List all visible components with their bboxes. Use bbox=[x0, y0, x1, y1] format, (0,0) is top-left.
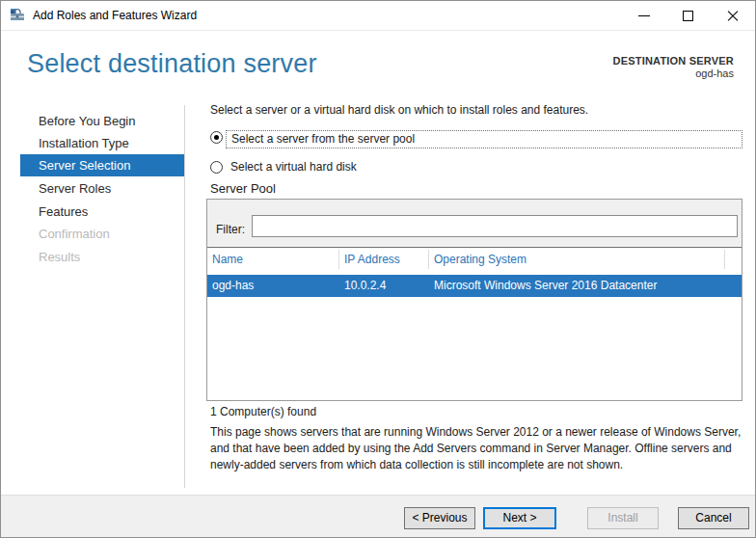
close-button[interactable] bbox=[711, 1, 755, 31]
sidebar-item-server-selection[interactable]: Server Selection bbox=[20, 154, 184, 176]
cell-ip-address: 10.0.2.4 bbox=[344, 275, 386, 297]
sidebar-item-results: Results bbox=[20, 246, 184, 268]
filter-label: Filter: bbox=[216, 219, 245, 240]
server-pool-table: Name IP Address Operating System ogd-has… bbox=[207, 247, 742, 400]
page-title: Select destination server bbox=[27, 49, 317, 79]
cancel-button[interactable]: Cancel bbox=[678, 507, 749, 529]
sidebar-item-features[interactable]: Features bbox=[20, 201, 184, 223]
page-description: This page shows servers that are running… bbox=[210, 424, 746, 473]
radio-virtual-hard-disk-label[interactable]: Select a virtual hard disk bbox=[230, 158, 357, 175]
sidebar-item-server-roles[interactable]: Server Roles bbox=[20, 177, 184, 200]
result-count: 1 Computer(s) found bbox=[210, 405, 316, 418]
maximize-icon bbox=[683, 11, 693, 21]
wizard-toolbox-icon bbox=[10, 8, 25, 23]
previous-button[interactable]: < Previous bbox=[404, 507, 475, 529]
server-pool-title: Server Pool bbox=[210, 181, 276, 196]
column-separator bbox=[338, 250, 339, 269]
sidebar-item-before-you-begin[interactable]: Before You Begin bbox=[20, 110, 184, 132]
column-separator bbox=[428, 250, 429, 269]
next-button[interactable]: Next > bbox=[483, 507, 556, 529]
destination-server-label: DESTINATION SERVER bbox=[613, 55, 734, 67]
minimize-icon bbox=[638, 15, 650, 16]
radio-server-pool-label[interactable]: Select a server from the server pool bbox=[226, 130, 742, 148]
sidebar-divider bbox=[184, 105, 185, 488]
destination-server-value: ogd-has bbox=[613, 67, 734, 79]
column-header-ip-address[interactable]: IP Address bbox=[344, 248, 400, 271]
maximize-button[interactable] bbox=[666, 1, 711, 31]
cell-operating-system: Microsoft Windows Server 2016 Datacenter bbox=[434, 275, 657, 297]
add-roles-features-wizard-window: Add Roles and Features Wizard Select des… bbox=[0, 0, 756, 538]
cell-name: ogd-has bbox=[212, 275, 254, 297]
title-bar: Add Roles and Features Wizard bbox=[1, 1, 755, 31]
radio-virtual-hard-disk[interactable] bbox=[210, 161, 223, 174]
column-separator bbox=[724, 250, 725, 269]
filter-input[interactable] bbox=[252, 215, 738, 237]
close-icon bbox=[726, 15, 740, 16]
radio-server-pool[interactable] bbox=[210, 131, 223, 144]
table-header-row: Name IP Address Operating System bbox=[207, 248, 742, 271]
server-pool-box: Filter: Name IP Address Operating System… bbox=[206, 199, 742, 401]
intro-text: Select a server or a virtual hard disk o… bbox=[210, 103, 588, 117]
footer-bar: < Previous Next > Install Cancel bbox=[1, 495, 755, 537]
column-header-name[interactable]: Name bbox=[212, 248, 243, 271]
minimize-button[interactable] bbox=[622, 1, 666, 31]
destination-server-block: DESTINATION SERVER ogd-has bbox=[613, 55, 734, 79]
table-row-ogd-has[interactable]: ogd-has 10.0.2.4 Microsoft Windows Serve… bbox=[207, 275, 742, 297]
column-header-operating-system[interactable]: Operating System bbox=[434, 248, 526, 271]
sidebar-item-installation-type[interactable]: Installation Type bbox=[20, 132, 184, 154]
install-button: Install bbox=[587, 507, 659, 529]
sidebar-item-confirmation: Confirmation bbox=[20, 223, 184, 245]
window-title: Add Roles and Features Wizard bbox=[33, 1, 197, 31]
